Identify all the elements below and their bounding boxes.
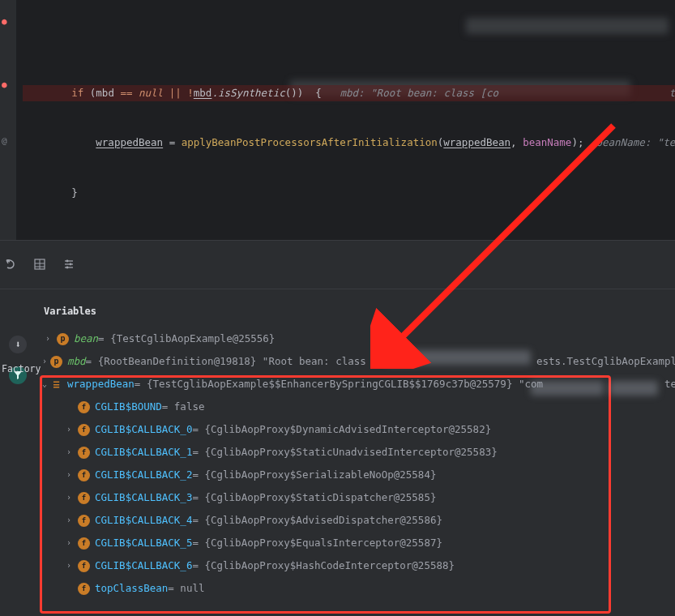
variable-row-child[interactable]: fCGLIB$BOUND = false [39, 396, 675, 418]
chevron-right-icon[interactable]: › [63, 509, 75, 532]
variable-row-child[interactable]: ›fCGLIB$CALLBACK_5 = {CglibAopProxy$Equa… [39, 532, 675, 554]
variables-tree[interactable]: ›pbean = {TestCglibAopExample@25556} ›pm… [39, 327, 675, 600]
chevron-right-icon[interactable]: › [63, 418, 75, 441]
variable-row[interactable]: ›pbean = {TestCglibAopExample@25556} [39, 327, 675, 350]
field-icon: f [78, 537, 90, 550]
blurred-region [531, 381, 604, 396]
code-content: if (mbd == null || !mbd.isSynthetic()) {… [0, 0, 675, 240]
code-editor[interactable]: ● ● @ if (mbd == null || !mbd.isSyntheti… [0, 0, 675, 240]
variable-row-child[interactable]: ftopClassBean = null [39, 577, 675, 600]
chevron-right-icon[interactable]: › [63, 464, 75, 486]
parameter-icon: p [50, 356, 62, 368]
chevron-right-icon[interactable]: › [63, 441, 75, 464]
variables-header: Variables [44, 306, 96, 317]
chevron-right-icon[interactable]: › [42, 350, 47, 373]
variable-row-child[interactable]: ›fCGLIB$CALLBACK_2 = {CglibAopProxy$Seri… [39, 464, 675, 486]
stackframe-label[interactable]: Factory [2, 363, 41, 374]
breakpoint-icon[interactable]: ● [2, 79, 13, 91]
chevron-right-icon[interactable]: › [63, 486, 75, 509]
table-view-icon[interactable] [32, 257, 47, 272]
field-icon: f [78, 469, 90, 481]
restart-icon[interactable] [3, 257, 18, 272]
variable-row-child[interactable]: ›fCGLIB$CALLBACK_4 = {CglibAopProxy$Advi… [39, 509, 675, 532]
variables-left-controls: ⬇ [0, 331, 36, 384]
equals-icon: ≡ [50, 379, 62, 391]
field-icon: f [78, 401, 90, 413]
variable-row-child[interactable]: ›fCGLIB$CALLBACK_1 = {CglibAopProxy$Stat… [39, 441, 675, 464]
variable-row-child[interactable]: ›fCGLIB$CALLBACK_3 = {CglibAopProxy$Stat… [39, 486, 675, 509]
breakpoint-icon[interactable]: ● [2, 16, 13, 28]
field-icon: f [78, 583, 90, 595]
field-icon: f [78, 560, 90, 572]
svg-point-9 [66, 267, 69, 269]
svg-point-8 [70, 263, 72, 266]
variable-row-child[interactable]: ›fCGLIB$CALLBACK_0 = {CglibAopProxy$Dyna… [39, 418, 675, 441]
chevron-right-icon[interactable]: › [63, 532, 75, 554]
field-icon: f [78, 424, 90, 436]
override-icon[interactable]: @ [2, 135, 13, 147]
editor-gutter: ● ● @ [0, 0, 16, 240]
variable-row[interactable]: ›pmbd = {RootBeanDefinition@19818} "Root… [39, 350, 675, 373]
chevron-right-icon[interactable]: › [63, 554, 75, 577]
debug-toolbar [0, 241, 675, 289]
download-icon[interactable]: ⬇ [9, 336, 27, 353]
chevron-right-icon[interactable]: › [42, 327, 53, 350]
field-icon: f [78, 492, 90, 504]
blurred-region [466, 18, 669, 34]
blurred-region [385, 350, 531, 365]
parameter-icon: p [57, 333, 69, 345]
variable-row-child[interactable]: ›fCGLIB$CALLBACK_6 = {CglibAopProxy$Hash… [39, 554, 675, 577]
svg-point-7 [66, 260, 69, 263]
field-icon: f [78, 447, 90, 459]
field-icon: f [78, 515, 90, 527]
chevron-down-icon[interactable]: ⌄ [42, 373, 47, 396]
settings-icon[interactable] [62, 257, 76, 272]
blurred-region [609, 381, 658, 396]
